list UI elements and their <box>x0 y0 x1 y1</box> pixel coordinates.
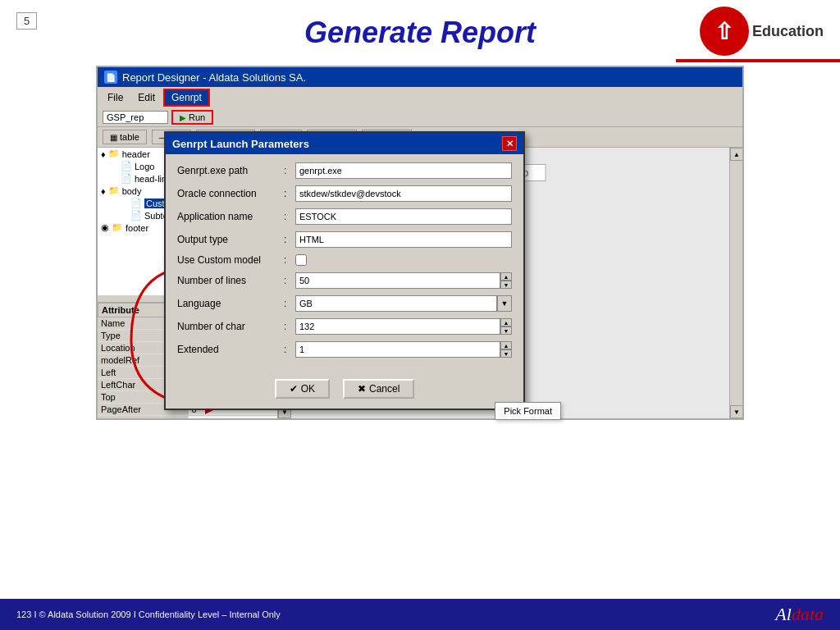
run-arrow-icon: ▶ <box>180 113 186 122</box>
ok-button[interactable]: ✔ OK <box>275 379 330 399</box>
slide-number: 5 <box>16 12 37 30</box>
attr-name-keep: Keep <box>98 416 189 418</box>
folder-icon-body: 📁 <box>108 185 120 196</box>
oracle-conn-input[interactable] <box>295 185 512 202</box>
logo-circle: ⇧ <box>700 7 749 56</box>
language-input[interactable] <box>295 295 497 312</box>
dialog-body: Genrpt.exe path : Oracle connection : Ap… <box>166 154 523 372</box>
rd-title-icon: 📄 <box>104 71 117 84</box>
language-dropdown: ▼ <box>295 295 512 312</box>
extended-down-btn[interactable]: ▼ <box>500 349 512 358</box>
dialog-title-text: Genrpt Launch Parameters <box>172 138 309 150</box>
attr-value-keep: 1 <box>189 416 279 418</box>
output-type-row: Output type : Pick Format <box>177 231 512 248</box>
num-lines-label: Number of lines <box>177 275 284 286</box>
doc-icon-headline: 📄 <box>121 173 132 184</box>
num-char-spinner: ▲ ▼ <box>295 318 512 335</box>
page-footer: 123 I © Aldata Solution 2009 I Confident… <box>0 599 840 630</box>
num-lines-colon: : <box>284 275 295 286</box>
design-scroll-up-btn[interactable]: ▲ <box>730 148 742 161</box>
tree-bullet-header: ♦ <box>101 149 106 159</box>
tree-bullet-body: ♦ <box>101 186 106 196</box>
rd-menubar: File Edit Genrpt <box>98 87 742 108</box>
num-lines-input[interactable] <box>295 272 500 289</box>
dialog-overlay: Genrpt Launch Parameters ✕ Genrpt.exe pa… <box>164 131 525 410</box>
menu-genrpt[interactable]: Genrpt <box>163 89 210 107</box>
genrpt-exe-row: Genrpt.exe path : <box>177 162 512 179</box>
output-type-label: Output type <box>177 234 284 245</box>
num-char-row: Number of char : ▲ ▼ <box>177 318 512 335</box>
num-char-input[interactable] <box>295 318 500 335</box>
use-custom-row: Use Custom model : <box>177 254 512 266</box>
oracle-conn-colon: : <box>284 188 295 199</box>
pick-format-text: Pick Format <box>504 406 552 416</box>
genrpt-dialog: Genrpt Launch Parameters ✕ Genrpt.exe pa… <box>164 131 525 410</box>
red-line-decoration <box>676 59 840 62</box>
doc-icon-customertable: 📄 <box>130 198 142 208</box>
language-colon: : <box>284 298 295 309</box>
tree-label-body: body <box>122 186 142 196</box>
num-char-up-btn[interactable]: ▲ <box>500 318 512 326</box>
ok-label: OK <box>301 383 315 395</box>
num-lines-up-btn[interactable]: ▲ <box>500 272 512 281</box>
extended-up-btn[interactable]: ▲ <box>500 341 512 349</box>
footer-copyright: 123 I © Aldata Solution 2009 I Confident… <box>16 609 281 619</box>
cancel-x-icon: ✖ <box>358 383 366 395</box>
language-row: Language : ▼ <box>177 295 512 312</box>
ok-checkmark-icon: ✔ <box>290 383 298 395</box>
cancel-label: Cancel <box>369 383 399 395</box>
genrpt-exe-input[interactable] <box>295 162 512 179</box>
genrpt-exe-colon: : <box>284 165 295 176</box>
tree-label-footer: footer <box>126 223 148 233</box>
attr-row-keep: Keep 1 <box>98 416 278 418</box>
main-content: 📄 Report Designer - Aldata Solutions SA.… <box>0 66 840 420</box>
logo-arrow-icon: ⇧ <box>714 18 733 45</box>
menu-edit[interactable]: Edit <box>131 90 162 105</box>
output-type-colon: : <box>284 234 295 245</box>
rd-titlebar: 📄 Report Designer - Aldata Solutions SA. <box>98 67 742 87</box>
language-label: Language <box>177 298 284 309</box>
num-lines-down-btn[interactable]: ▼ <box>500 281 512 289</box>
extended-colon: : <box>284 344 295 355</box>
use-custom-label: Use Custom model <box>177 254 284 266</box>
logo-area: ⇧ Education <box>700 7 824 56</box>
rd-toolbar-row: ▶ Run <box>98 108 742 127</box>
num-lines-spinner-btns: ▲ ▼ <box>500 272 512 289</box>
extended-spinner-btns: ▲ ▼ <box>500 341 512 358</box>
use-custom-colon: : <box>284 254 295 266</box>
app-name-label: Application name <box>177 211 284 222</box>
design-scroll-down-btn[interactable]: ▼ <box>730 405 742 418</box>
page-title: Generate Report <box>304 16 536 50</box>
run-button[interactable]: ▶ Run <box>171 110 213 125</box>
footer-brand: Aldata <box>775 604 824 625</box>
gsp-input[interactable] <box>103 111 168 124</box>
footer-brand-text: Al <box>775 604 792 624</box>
folder-icon-footer: 📁 <box>112 222 123 233</box>
tree-label-header: header <box>122 149 150 159</box>
num-lines-spinner: ▲ ▼ <box>295 272 512 289</box>
table-icon: ▦ <box>110 133 117 142</box>
extended-spinner: ▲ ▼ <box>295 341 512 358</box>
cancel-button[interactable]: ✖ Cancel <box>343 379 414 399</box>
extended-input[interactable] <box>295 341 500 358</box>
num-char-down-btn[interactable]: ▼ <box>500 326 512 335</box>
design-scrollbar-v[interactable]: ▲ ▼ <box>729 148 742 418</box>
dialog-close-button[interactable]: ✕ <box>502 136 517 151</box>
dialog-titlebar: Genrpt Launch Parameters ✕ <box>166 133 523 154</box>
app-name-input[interactable] <box>295 208 512 225</box>
pick-format-tooltip: Pick Format <box>495 402 561 420</box>
tool-table[interactable]: ▦ table <box>103 130 147 144</box>
run-label: Run <box>189 112 205 122</box>
logo-text: Education <box>752 23 824 40</box>
use-custom-checkbox[interactable] <box>295 254 307 266</box>
output-type-input[interactable] <box>295 231 512 248</box>
genrpt-exe-label: Genrpt.exe path <box>177 165 284 176</box>
language-dropdown-btn[interactable]: ▼ <box>497 295 512 312</box>
menu-file[interactable]: File <box>101 90 130 105</box>
tree-bullet-footer: ◉ <box>101 222 109 233</box>
num-char-colon: : <box>284 321 295 332</box>
extended-row: Extended : ▲ ▼ <box>177 341 512 358</box>
oracle-conn-row: Oracle connection : <box>177 185 512 202</box>
dialog-footer: ✔ OK ✖ Cancel <box>166 372 523 409</box>
app-name-row: Application name : <box>177 208 512 225</box>
